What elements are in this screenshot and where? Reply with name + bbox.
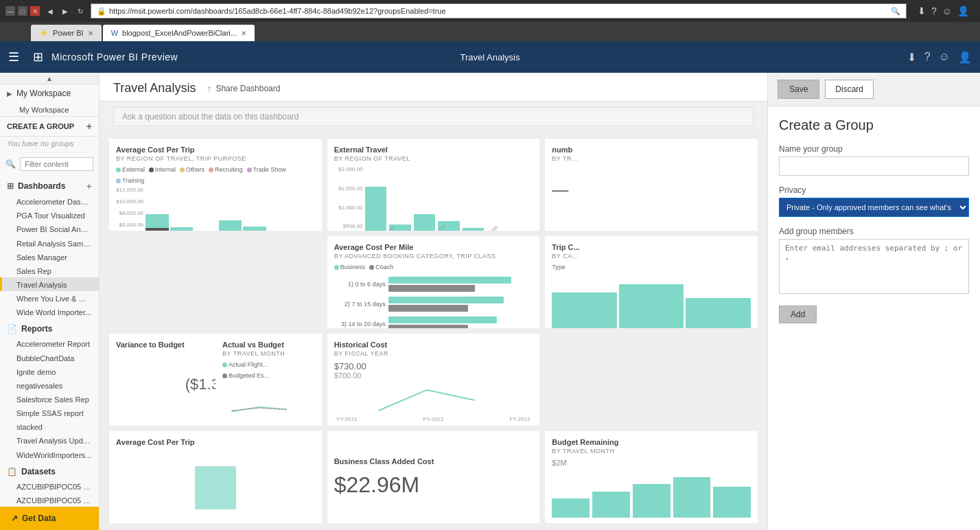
tile-trip-type-title: Trip C... xyxy=(552,243,751,251)
sidebar-item-retail[interactable]: Retail Analysis Sample xyxy=(0,236,99,250)
tab-powerbi[interactable]: ⚡ Power BI ✕ xyxy=(31,25,102,41)
get-data-button[interactable]: ↗ Get Data xyxy=(0,507,99,530)
sidebar-item-my-workspace[interactable]: ▶ My Workspace xyxy=(0,84,99,102)
tile-historical-cost[interactable]: Historical Cost BY FISCAL YEAR $730.00 $… xyxy=(327,334,540,426)
dashboards-section-header: ⊞ Dashboards + xyxy=(0,175,99,194)
browser-controls: — □ ✕ xyxy=(5,6,40,16)
main-content: Travel Analysis ↑ Share Dashboard Ask a … xyxy=(100,73,767,530)
filter-input[interactable] xyxy=(20,157,93,171)
dashboard-icon: ⊞ xyxy=(7,181,14,191)
sidebar: ▲ ▶ My Workspace My Workspace CREATE A G… xyxy=(0,73,100,530)
sidebar-item-where-you-live[interactable]: Where You Live & Wh... xyxy=(0,291,99,305)
tile-ext-subtitle: BY REGION OF TRAVEL xyxy=(334,155,533,162)
tile-avg-cost-per-trip[interactable]: Average Cost Per Trip BY REGION OF TRAVE… xyxy=(109,139,322,231)
sidebar-item-salesforce[interactable]: Salesforce Sales Rep xyxy=(0,392,99,406)
help-header-icon[interactable]: ? xyxy=(924,51,931,63)
sidebar-item-travel-analysis[interactable]: Travel Analysis xyxy=(0,277,99,291)
refresh-button[interactable]: ↻ xyxy=(75,6,85,16)
tile-budget-subtitle: BY TRAVEL MONTH xyxy=(552,448,751,454)
address-bar[interactable]: 🔒 https://msit.powerbi.com/dashboards/16… xyxy=(91,3,907,19)
tile-ext-title: External Travel xyxy=(334,146,533,154)
sidebar-item-travel-analysis-update[interactable]: Travel Analysis Updat... xyxy=(0,433,99,447)
smiley-icon[interactable]: ☺ xyxy=(942,5,952,16)
help-icon[interactable]: ? xyxy=(931,5,937,16)
group-name-input[interactable] xyxy=(779,157,969,176)
avb-legend: Actual Flight... Budgeted Es... xyxy=(222,361,315,379)
tile-trip-cost-type[interactable]: Trip C... BY CA... Type 120100 xyxy=(545,236,758,328)
question-bar[interactable]: Ask a question about the data on this da… xyxy=(113,107,754,126)
main-layout: ▲ ▶ My Workspace My Workspace CREATE A G… xyxy=(0,73,980,530)
grid-icon[interactable]: ⊞ xyxy=(33,49,43,65)
tile-business-class[interactable]: Business Class Added Cost $22.96M xyxy=(327,431,540,523)
budget-value-label: $2M xyxy=(552,459,751,467)
right-panel-actions: Save Discard xyxy=(768,73,980,106)
discard-button[interactable]: Discard xyxy=(825,80,874,99)
sidebar-item-bubble[interactable]: BubbleChartData xyxy=(0,351,99,365)
tile-act2-title: Average Cost Per Trip xyxy=(116,438,315,446)
tile-actual-vs-budget[interactable]: Actual vs Budget BY TRAVEL MONTH Actual … xyxy=(215,334,322,426)
tab-close-icon[interactable]: ✕ xyxy=(88,30,93,37)
privacy-select[interactable]: Private - Only approved members can see … xyxy=(779,198,969,217)
tile-budget-remaining[interactable]: Budget Remaining BY TRAVEL MONTH $2M xyxy=(545,431,758,523)
workspace-label: My Workspace xyxy=(16,89,71,98)
right-panel: Save Discard Create a Group Name your gr… xyxy=(767,73,980,530)
create-group-title: Create a Group xyxy=(779,117,969,133)
sidebar-item-ssas[interactable]: Simple SSAS report xyxy=(0,406,99,419)
sidebar-item-sales-manager[interactable]: Sales Manager xyxy=(0,250,99,264)
tile-avb-title: Actual vs Budget xyxy=(222,341,315,349)
back-button[interactable]: ◀ xyxy=(45,6,55,16)
sidebar-item-accelerometer-report[interactable]: Accelerometer Report xyxy=(0,336,99,350)
sidebar-my-workspace-item[interactable]: My Workspace xyxy=(0,102,99,116)
sidebar-item-sales-rep[interactable]: Sales Rep xyxy=(0,264,99,277)
dashboard-title: Travel Analysis xyxy=(113,81,196,95)
sidebar-item-pga[interactable]: PGA Tour Visualized xyxy=(0,208,99,222)
add-members-form-group: Add group members xyxy=(779,227,969,296)
act2-chart xyxy=(116,448,315,509)
sidebar-create-group[interactable]: CREATE A GROUP + xyxy=(0,116,99,137)
sidebar-item-negativesales[interactable]: negativesales xyxy=(0,378,99,392)
add-members-textarea[interactable] xyxy=(779,239,969,294)
avb-x-labels: 201220132014 xyxy=(222,425,315,426)
sidebar-item-dataset1[interactable]: AZCUBIPBIPOC05 - A... xyxy=(0,479,99,493)
sidebar-item-ignite[interactable]: Ignite demo xyxy=(0,365,99,378)
hist-chart xyxy=(334,380,533,414)
tab-close-icon-2[interactable]: ✕ xyxy=(241,30,246,37)
sidebar-item-wide-world-importers[interactable]: WideWorldImporters... xyxy=(0,448,99,461)
smiley-header-icon[interactable]: ☺ xyxy=(939,51,950,63)
add-dashboard-icon[interactable]: + xyxy=(86,181,92,192)
sidebar-filter[interactable]: 🔍 xyxy=(0,153,99,175)
sidebar-item-wide-world[interactable]: Wide World Importer... xyxy=(0,305,99,319)
reports-icon: 📄 xyxy=(7,324,17,334)
sidebar-item-powerbi-social[interactable]: Power BI Social Analyt... xyxy=(0,222,99,235)
user-icon[interactable]: 👤 xyxy=(957,5,969,16)
tile-avg-cost-per-mile[interactable]: Average Cost Per Mile BY ADVANCED BOOKIN… xyxy=(327,236,540,328)
datasets-icon: 📋 xyxy=(7,467,17,476)
download-header-icon[interactable]: ⬇ xyxy=(907,51,916,64)
maximize-button[interactable]: □ xyxy=(18,6,27,16)
tile-external-travel[interactable]: External Travel BY REGION OF TRAVEL $2,0… xyxy=(327,139,540,231)
forward-button[interactable]: ▶ xyxy=(60,6,70,16)
tile-number[interactable]: numb BY TR... — xyxy=(545,139,758,231)
tab-blogpost[interactable]: W blogpost_ExcelAndPowerBiClari... ✕ xyxy=(103,25,255,41)
sidebar-item-accelerometer-dash[interactable]: Accelerometer Dashb... xyxy=(0,194,99,208)
add-button[interactable]: Add xyxy=(779,306,817,323)
avg-cost-per-mile-chart: 1) 0 to 6 days 2) 7 to 15 days xyxy=(334,273,533,328)
sidebar-item-dataset2[interactable]: AZCUBIPBIPOC05 - A... xyxy=(0,493,99,507)
dashboard-header: Travel Analysis ↑ Share Dashboard xyxy=(100,73,767,102)
browser-tabs: ⚡ Power BI ✕ W blogpost_ExcelAndPowerBiC… xyxy=(0,22,980,41)
save-button[interactable]: Save xyxy=(778,80,819,99)
user-header-icon[interactable]: 👤 xyxy=(958,51,972,64)
tile-avb-subtitle: BY TRAVEL MONTH xyxy=(222,350,315,357)
share-dashboard-button[interactable]: ↑ Share Dashboard xyxy=(207,83,280,94)
hamburger-icon[interactable]: ☰ xyxy=(8,49,19,65)
tile-avg-cost-title: Average Cost Per Trip xyxy=(116,146,315,154)
download-icon[interactable]: ⬇ xyxy=(918,5,926,16)
close-button[interactable]: ✕ xyxy=(30,6,40,16)
create-group-plus-icon[interactable]: + xyxy=(86,121,92,132)
name-label: Name your group xyxy=(779,144,969,154)
tile-avg-cost-trip2[interactable]: Average Cost Per Trip xyxy=(109,431,322,523)
minimize-button[interactable]: — xyxy=(5,6,15,16)
sidebar-item-stacked[interactable]: stacked xyxy=(0,419,99,433)
sidebar-scroll-up[interactable]: ▲ xyxy=(0,73,99,84)
header-icons: ⬇ ? ☺ 👤 xyxy=(907,51,972,64)
